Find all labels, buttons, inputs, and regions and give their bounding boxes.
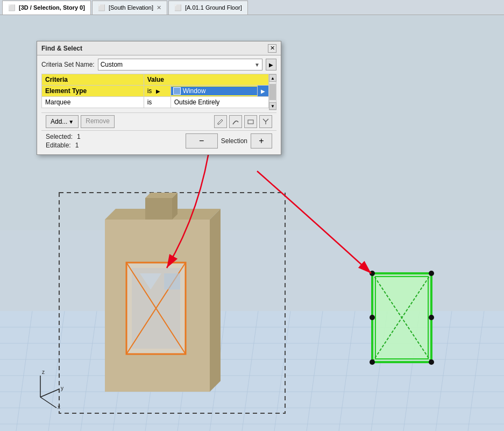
tab-ground[interactable]: ⬜ [A.01.1 Ground Floor] bbox=[168, 1, 248, 15]
find-select-dialog: Find & Select ✕ Criteria Set Name: Custo… bbox=[37, 41, 281, 155]
criteria-set-row: Criteria Set Name: Custom ▼ ▶ bbox=[41, 59, 276, 70]
tab-3d[interactable]: ⬜ [3D / Selection, Story 0] bbox=[2, 1, 91, 15]
table-row[interactable]: Marquee is Outside Entirely bbox=[42, 97, 269, 108]
add-dropdown-icon: ▼ bbox=[68, 119, 74, 125]
criteria-table: Criteria Value Element Type is ▶ bbox=[41, 74, 269, 108]
tab-south[interactable]: ⬜ [South Elevation] ✕ bbox=[92, 1, 167, 15]
window-small-icon bbox=[173, 87, 181, 95]
tab-south-icon: ⬜ bbox=[98, 4, 105, 11]
selected-stat: Selected: 1 bbox=[46, 133, 81, 140]
selection-minus-button[interactable]: − bbox=[186, 133, 218, 149]
cell-operator-1: is bbox=[144, 97, 171, 108]
svg-marker-29 bbox=[145, 198, 172, 220]
viewport: z y x Find & Select ✕ Criteria Set Name:… bbox=[0, 15, 504, 431]
dialog-toolbar: Add... ▼ Remove bbox=[41, 112, 276, 130]
add-button[interactable]: Add... ▼ bbox=[46, 115, 79, 128]
cell-criteria-0: Element Type bbox=[42, 86, 144, 97]
cell-operator-0: is ▶ bbox=[144, 86, 171, 97]
svg-point-44 bbox=[370, 359, 375, 365]
col-value: Value bbox=[144, 74, 268, 86]
edit-icon-button[interactable] bbox=[214, 115, 227, 128]
svg-text:y: y bbox=[61, 385, 63, 391]
tab-ground-icon: ⬜ bbox=[174, 4, 182, 11]
cell-value-arrow-0[interactable]: ▶ bbox=[258, 86, 269, 97]
editable-label: Editable: bbox=[46, 142, 71, 149]
scroll-up-button[interactable]: ▲ bbox=[269, 74, 276, 82]
criteria-set-label: Criteria Set Name: bbox=[41, 61, 95, 68]
svg-text:x: x bbox=[58, 404, 60, 410]
dialog-titlebar: Find & Select ✕ bbox=[37, 41, 281, 55]
dialog-body: Criteria Set Name: Custom ▼ ▶ Criteria V… bbox=[37, 55, 281, 154]
table-scrollbar[interactable]: ▲ ▼ bbox=[269, 74, 276, 110]
cell-criteria-1: Marquee bbox=[42, 97, 144, 108]
operator-arrow-icon: ▶ bbox=[156, 88, 160, 94]
scroll-down-button[interactable]: ▼ bbox=[269, 102, 276, 110]
criteria-set-value: Custom bbox=[101, 61, 123, 68]
svg-point-46 bbox=[370, 315, 375, 320]
resize-icon-button[interactable] bbox=[259, 115, 272, 128]
scroll-thumb[interactable] bbox=[269, 84, 276, 100]
selection-plus-button[interactable]: + bbox=[251, 133, 272, 149]
table-row[interactable]: Element Type is ▶ Window bbox=[42, 86, 269, 97]
stats-column: Selected: 1 Editable: 1 bbox=[46, 133, 81, 149]
window-value-cell[interactable]: Window bbox=[171, 87, 257, 95]
remove-button[interactable]: Remove bbox=[81, 115, 115, 128]
svg-marker-37 bbox=[164, 273, 180, 289]
selected-value: 1 bbox=[77, 133, 81, 140]
dialog-close-button[interactable]: ✕ bbox=[268, 44, 276, 53]
selection-area: − Selection + bbox=[186, 133, 272, 149]
selection-label: Selection bbox=[221, 137, 247, 145]
svg-marker-30 bbox=[145, 193, 178, 198]
criteria-set-arrow-icon: ▼ bbox=[254, 62, 260, 68]
tab-3d-icon: ⬜ bbox=[8, 4, 16, 11]
svg-point-47 bbox=[429, 315, 434, 320]
editable-value: 1 bbox=[75, 142, 79, 149]
table-header-row: Criteria Value bbox=[42, 74, 269, 86]
curve-icon-button[interactable] bbox=[229, 115, 242, 128]
rect-icon-button[interactable] bbox=[244, 115, 257, 128]
value-arrow-icon: ▶ bbox=[261, 88, 265, 94]
col-criteria: Criteria bbox=[42, 74, 144, 86]
cell-value-1: Outside Entirely bbox=[171, 97, 268, 108]
tab-3d-label: [3D / Selection, Story 0] bbox=[19, 4, 85, 11]
svg-marker-28 bbox=[210, 209, 221, 392]
svg-rect-56 bbox=[248, 120, 253, 124]
editable-stat: Editable: 1 bbox=[46, 142, 81, 149]
svg-point-43 bbox=[429, 271, 434, 276]
tab-south-label: [South Elevation] bbox=[109, 4, 153, 11]
criteria-table-container: Criteria Value Element Type is ▶ bbox=[41, 74, 276, 110]
tab-bar: ⬜ [3D / Selection, Story 0] ⬜ [South Ele… bbox=[0, 0, 504, 15]
cell-value-text-0: Window bbox=[183, 87, 206, 95]
svg-point-45 bbox=[429, 359, 434, 365]
criteria-next-button[interactable]: ▶ bbox=[266, 59, 276, 70]
tab-south-close[interactable]: ✕ bbox=[157, 4, 161, 11]
stats-row: Selected: 1 Editable: 1 − Selection + bbox=[41, 130, 276, 151]
tab-ground-label: [A.01.1 Ground Floor] bbox=[185, 4, 242, 11]
cell-value-0: Window bbox=[171, 86, 257, 97]
criteria-set-dropdown[interactable]: Custom ▼ bbox=[98, 59, 262, 70]
selected-label: Selected: bbox=[46, 133, 73, 140]
dialog-title: Find & Select bbox=[41, 45, 82, 52]
svg-text:z: z bbox=[42, 369, 45, 375]
